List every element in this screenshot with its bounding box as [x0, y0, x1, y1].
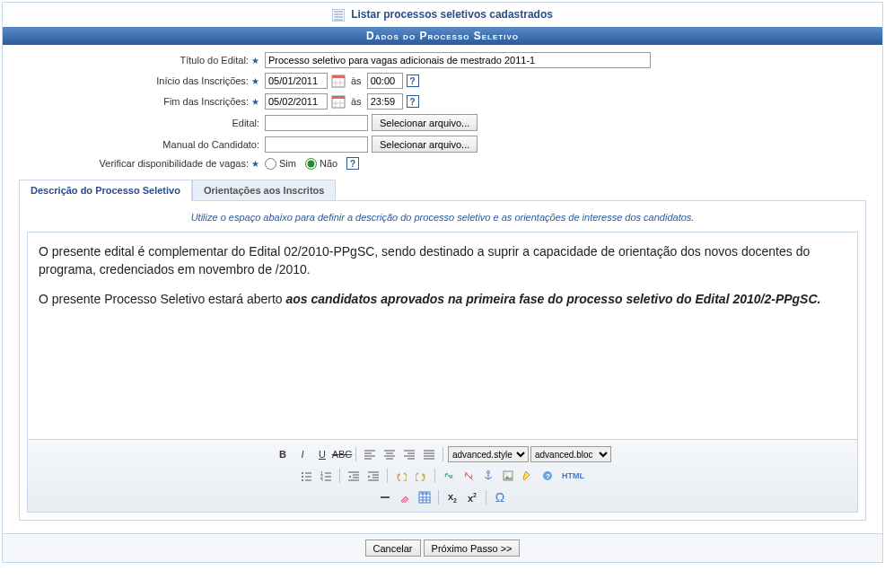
radio-yes[interactable] — [265, 158, 276, 170]
cleanup-icon[interactable] — [519, 467, 537, 485]
radio-yes-label[interactable]: Sim — [265, 158, 296, 170]
edital-file-input[interactable] — [265, 115, 368, 131]
svg-text:?: ? — [546, 472, 550, 480]
start-label: Início das Inscrições: ★ — [13, 75, 265, 86]
next-step-button[interactable]: Próximo Passo >> — [424, 540, 521, 557]
form-area: Título do Edital: ★ Início das Inscriçõe… — [3, 45, 882, 533]
bottom-bar: Cancelar Próximo Passo >> — [3, 533, 882, 562]
tabs: Descrição do Processo Seletivo Orientaçõ… — [19, 179, 872, 200]
edital-file-button[interactable]: Selecionar arquivo... — [372, 114, 478, 131]
subscript-icon[interactable]: x2 — [443, 488, 461, 506]
align-justify-icon[interactable] — [420, 445, 438, 463]
start-date-input[interactable] — [265, 73, 328, 89]
calendar-icon[interactable] — [331, 94, 346, 109]
image-icon[interactable] — [499, 467, 517, 485]
calendar-icon[interactable] — [331, 74, 346, 88]
radio-no[interactable] — [305, 158, 317, 170]
strike-icon[interactable]: ABC — [333, 445, 351, 463]
help-icon[interactable]: ? — [407, 95, 419, 108]
align-right-icon[interactable] — [400, 445, 418, 463]
italic-icon[interactable]: I — [294, 445, 311, 463]
link-icon[interactable] — [440, 467, 458, 485]
editor-content[interactable]: O presente edital é complementar do Edit… — [28, 233, 857, 439]
help-icon[interactable]: ? — [407, 75, 419, 87]
editor-box: O presente edital é complementar do Edit… — [27, 232, 858, 513]
unordered-list-icon[interactable] — [297, 467, 315, 485]
html-icon[interactable]: HTML — [558, 467, 588, 485]
svg-rect-6 — [332, 75, 345, 78]
list-icon — [332, 9, 345, 22]
svg-marker-44 — [348, 476, 351, 478]
align-left-icon[interactable] — [361, 445, 379, 463]
cancel-button[interactable]: Cancelar — [365, 540, 421, 557]
outdent-icon[interactable] — [345, 467, 363, 485]
availability-label: Verificar disponibilidade de vagas: ★ — [13, 158, 265, 169]
indent-icon[interactable] — [364, 467, 382, 485]
svg-line-55 — [465, 472, 472, 479]
as-label: às — [351, 75, 362, 86]
anchor-icon[interactable] — [479, 467, 497, 485]
help-tool-icon[interactable]: ? — [539, 467, 556, 485]
end-date-input[interactable] — [265, 93, 328, 110]
svg-marker-49 — [368, 476, 371, 478]
superscript-icon[interactable]: x2 — [463, 488, 481, 506]
tab-description[interactable]: Descrição do Processo Seletivo — [19, 180, 192, 201]
hint-text: Utilize o espaço abaixo para definir a d… — [27, 208, 858, 232]
radio-no-label[interactable]: Não — [305, 158, 337, 170]
svg-text:3: 3 — [320, 478, 323, 481]
special-char-icon[interactable]: Ω — [491, 488, 509, 506]
table-icon[interactable] — [416, 488, 434, 506]
underline-icon[interactable]: U — [313, 445, 331, 463]
list-processes-link[interactable]: Listar processos seletivos cadastrados — [351, 8, 553, 21]
manual-file-button[interactable]: Selecionar arquivo... — [372, 136, 478, 153]
tab-orientations[interactable]: Orientações aos Inscritos — [192, 180, 337, 201]
svg-rect-65 — [419, 492, 430, 495]
manual-file-input[interactable] — [265, 136, 368, 153]
as-label: às — [351, 96, 362, 107]
bold-icon[interactable]: B — [274, 445, 292, 463]
help-icon[interactable]: ? — [346, 157, 359, 170]
start-time-input[interactable] — [367, 73, 403, 89]
ordered-list-icon[interactable]: 123 — [317, 467, 335, 485]
unlink-icon[interactable] — [460, 467, 478, 485]
top-link-bar: Listar processos seletivos cadastrados — [3, 3, 882, 27]
svg-rect-11 — [332, 96, 345, 99]
editor-toolbar: B I U ABC advanced.style advanced.bloc — [28, 439, 857, 512]
end-time-input[interactable] — [367, 93, 403, 110]
section-header: Dados do Processo Seletivo — [3, 27, 882, 45]
svg-marker-60 — [504, 476, 512, 479]
end-label: Fim das Inscrições: ★ — [13, 96, 265, 107]
title-input[interactable] — [265, 52, 651, 68]
style-select[interactable]: advanced.style — [448, 446, 529, 462]
svg-point-35 — [302, 479, 303, 481]
block-select[interactable]: advanced.bloc — [530, 446, 611, 462]
svg-point-59 — [505, 473, 507, 475]
undo-icon[interactable] — [392, 467, 410, 485]
tab-panel: Utilize o espaço abaixo para definir a d… — [19, 200, 866, 521]
manual-label: Manual do Candidato: — [13, 139, 265, 150]
remove-format-icon[interactable] — [396, 488, 414, 506]
hr-icon[interactable] — [376, 488, 394, 506]
main-container: Listar processos seletivos cadastrados D… — [2, 2, 883, 563]
redo-icon[interactable] — [412, 467, 430, 485]
title-label: Título do Edital: ★ — [13, 55, 265, 66]
align-center-icon[interactable] — [381, 445, 399, 463]
svg-point-31 — [302, 472, 303, 474]
edital-label: Edital: — [13, 118, 265, 128]
svg-point-33 — [302, 476, 303, 478]
